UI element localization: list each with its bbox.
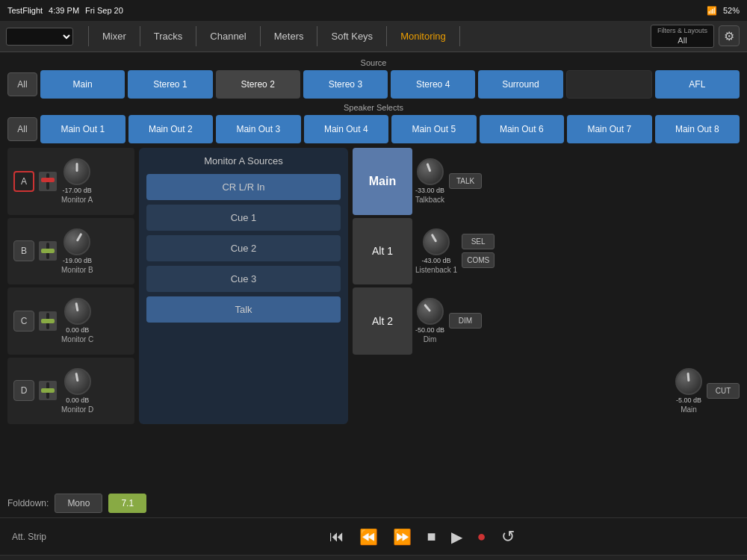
dim-knob-area: -50.00 dB Dim	[415, 298, 444, 343]
app-selector[interactable]	[6, 28, 73, 46]
wifi-icon: 📶	[707, 6, 717, 16]
source-btn-empty[interactable]	[566, 70, 652, 99]
monitor-c-button[interactable]: C	[13, 311, 34, 332]
source-btn-afl[interactable]: AFL	[655, 70, 740, 99]
tab-monitoring[interactable]: Monitoring	[387, 26, 460, 46]
monitor-b-knob-area: -19.00 dB Monitor B	[61, 228, 93, 274]
alt2-output-row: Alt 2 -50.00 dB Dim DIM	[353, 287, 740, 355]
gear-button[interactable]: ⚙	[719, 25, 740, 46]
tab-mixer[interactable]: Mixer	[88, 26, 140, 46]
speaker-selects-label: Speaker Selects	[7, 103, 740, 112]
source-btn-main[interactable]: Main	[40, 70, 125, 99]
monitor-d-button[interactable]: D	[13, 380, 34, 401]
folddown-label: Folddown:	[7, 498, 49, 508]
monitor-a-button[interactable]: A	[13, 171, 34, 192]
main-output-knob[interactable]	[675, 368, 702, 395]
speaker-btn-7[interactable]: Main Out 7	[567, 115, 652, 143]
source-btn-surround[interactable]: Surround	[478, 70, 562, 99]
play-button[interactable]: ▶	[451, 528, 462, 546]
source-btn-stereo2[interactable]: Stereo 2	[216, 70, 300, 99]
alt1-output-button[interactable]: Alt 1	[353, 218, 412, 285]
source-label: Source	[7, 58, 740, 67]
source-btn-stereo4[interactable]: Stereo 4	[391, 70, 475, 99]
monitor-a-knob-area: -17.00 dB Monitor A	[61, 158, 93, 204]
listenback-knob[interactable]	[423, 228, 450, 255]
source-btn-stereo3[interactable]: Stereo 3	[303, 70, 388, 99]
alt2-output-button[interactable]: Alt 2	[353, 287, 412, 355]
monitor-a-fader[interactable]	[39, 172, 57, 191]
dim-knob[interactable]	[417, 298, 444, 325]
talk-button[interactable]: TALK	[449, 173, 482, 189]
monitor-b-knob[interactable]	[63, 228, 90, 255]
source-all-button[interactable]: All	[7, 72, 37, 96]
listenback-knob-area: -43.00 dB Listenback 1	[415, 228, 457, 274]
main-knob-row: -5.00 dB Main CUT	[353, 358, 740, 425]
rewind-button[interactable]: ⏪	[359, 528, 378, 546]
source-btn-stereo1[interactable]: Stereo 1	[128, 70, 212, 99]
tab-softkeys[interactable]: Soft Keys	[317, 26, 387, 46]
time: 4:39 PM	[49, 6, 79, 15]
folddown-mono-button[interactable]: Mono	[55, 494, 102, 513]
monitor-d-knob-area: 0.00 dB Monitor D	[61, 368, 93, 414]
source-item-cue1[interactable]: Cue 1	[146, 205, 341, 231]
listenback-side-btns: SEL COMS	[462, 234, 495, 268]
monitor-c-knob-area: 0.00 dB Monitor C	[61, 298, 93, 343]
stop-button[interactable]: ■	[427, 528, 436, 545]
speaker-btn-6[interactable]: Main Out 6	[480, 115, 565, 143]
monitor-strip-a: A -17.00 dB Monitor A	[7, 148, 134, 215]
main-output-name: Main	[681, 405, 697, 414]
monitor-b-button[interactable]: B	[13, 240, 34, 261]
dim-section: -50.00 dB Dim DIM	[415, 287, 482, 355]
monitor-strips: A -17.00 dB Monitor A B	[7, 148, 134, 424]
folddown-71-button[interactable]: 7.1	[108, 494, 146, 513]
monitor-c-fader[interactable]	[39, 311, 57, 331]
skip-back-button[interactable]: ⏮	[329, 528, 344, 545]
fast-forward-button[interactable]: ⏩	[393, 528, 412, 546]
speaker-btn-5[interactable]: Main Out 5	[391, 115, 477, 143]
talkback-db: -33.00 dB	[415, 187, 444, 194]
talkback-knob[interactable]	[417, 158, 444, 185]
speaker-all-button[interactable]: All	[7, 117, 37, 141]
monitor-strip-c: C 0.00 dB Monitor C	[7, 287, 134, 355]
source-item-cue2[interactable]: Cue 2	[146, 235, 341, 261]
app-name: TestFlight	[7, 6, 43, 15]
coms-button[interactable]: COMS	[462, 252, 495, 268]
status-bar: TestFlight 4:39 PM Fri Sep 20 📶 52%	[0, 0, 747, 21]
listenback-db: -43.00 dB	[422, 257, 451, 264]
replay-button[interactable]: ↺	[501, 527, 515, 547]
cut-button[interactable]: CUT	[707, 383, 740, 399]
source-item-cue3[interactable]: Cue 3	[146, 266, 341, 292]
talkback-section: -33.00 dB Talkback TALK	[415, 148, 482, 215]
source-item-crlrin[interactable]: CR L/R In	[146, 174, 341, 200]
speaker-btn-4[interactable]: Main Out 4	[304, 115, 389, 143]
tab-tracks[interactable]: Tracks	[140, 26, 197, 46]
filters-box[interactable]: Filters & Layouts All	[651, 25, 714, 49]
main-output-row: Main -33.00 dB Talkback TALK	[353, 148, 740, 215]
tab-channel[interactable]: Channel	[196, 26, 260, 46]
source-item-talk[interactable]: Talk	[146, 296, 341, 323]
speaker-btn-1[interactable]: Main Out 1	[40, 115, 125, 143]
monitor-a-knob[interactable]	[63, 158, 90, 185]
monitor-c-knob[interactable]	[64, 298, 91, 325]
sel-button[interactable]: SEL	[462, 234, 495, 249]
dim-name: Dim	[424, 335, 437, 343]
record-button[interactable]: ●	[477, 528, 486, 545]
monitor-b-db: -19.00 dB	[63, 257, 92, 264]
tab-meters[interactable]: Meters	[261, 26, 318, 46]
monitor-b-fader[interactable]	[39, 241, 57, 261]
monitor-d-db: 0.00 dB	[66, 396, 89, 404]
transport-controls: ⏮ ⏪ ⏩ ■ ▶ ● ↺	[109, 527, 735, 547]
date: Fri Sep 20	[85, 6, 123, 15]
speaker-btn-3[interactable]: Main Out 3	[216, 115, 301, 143]
att-strip-label: Att. Strip	[12, 532, 102, 542]
monitor-a-db: -17.00 dB	[63, 187, 92, 194]
speaker-btn-2[interactable]: Main Out 2	[128, 115, 214, 143]
main-output-button[interactable]: Main	[353, 148, 412, 215]
speaker-btn-8[interactable]: Main Out 8	[655, 115, 740, 143]
listenback-name: Listenback 1	[415, 266, 457, 274]
monitor-d-knob[interactable]	[64, 368, 91, 395]
monitor-d-fader[interactable]	[39, 381, 57, 400]
dim-button[interactable]: DIM	[449, 313, 482, 329]
nav-bar: Mixer Tracks Channel Meters Soft Keys Mo…	[0, 21, 747, 52]
fader-thumb	[41, 178, 55, 182]
